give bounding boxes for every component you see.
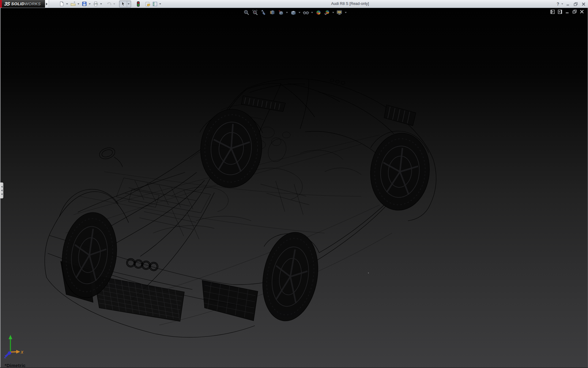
new-button[interactable] — [58, 1, 66, 7]
minimize-button[interactable] — [565, 1, 571, 7]
expand-pane-button[interactable] — [557, 9, 562, 14]
help-button[interactable]: ? — [556, 2, 559, 6]
chevron-down-icon — [332, 12, 334, 13]
doc-close-button[interactable] — [579, 9, 584, 14]
featuremanager-splitter[interactable] — [0, 182, 3, 198]
chevron-down-icon — [113, 3, 115, 5]
close-button[interactable] — [581, 1, 586, 7]
solidworks-logo: 3S SOLIDWORKS — [0, 0, 45, 8]
close-icon — [582, 2, 586, 6]
select-dropdown[interactable] — [127, 1, 130, 7]
select-button-group — [119, 1, 131, 7]
undo-dropdown[interactable] — [113, 1, 116, 7]
select-button[interactable] — [119, 1, 127, 7]
chevron-down-icon — [66, 3, 68, 5]
hide-show-items-dropdown[interactable] — [311, 9, 314, 16]
chevron-down-icon — [77, 3, 79, 5]
triad-x-label: X — [21, 350, 24, 355]
collapse-pane-button[interactable] — [550, 9, 555, 14]
doc-close-icon — [580, 10, 584, 14]
select-cursor-icon — [121, 1, 126, 6]
view-orientation-button[interactable] — [277, 9, 285, 16]
undo-button[interactable] — [105, 1, 113, 7]
document-title: Audi R8 S [Read-only] — [331, 2, 369, 6]
section-view-icon — [269, 10, 275, 16]
print-icon — [93, 1, 98, 6]
menu-flyout-arrow[interactable] — [45, 0, 49, 8]
chevron-down-icon — [89, 3, 91, 5]
previous-view-icon — [261, 10, 267, 16]
brand-works: WORKS — [24, 2, 41, 6]
wireframe-car — [45, 79, 436, 337]
collapse-arrow-icon — [1, 193, 2, 195]
chevron-down-icon — [128, 3, 130, 5]
collapse-arrow-icon — [1, 190, 2, 191]
doc-minimize-button[interactable] — [565, 9, 570, 14]
display-style-icon — [290, 10, 296, 16]
open-button[interactable] — [70, 1, 77, 7]
chevron-down-icon — [299, 12, 300, 13]
edit-appearance-button[interactable] — [315, 9, 322, 16]
ds-logo-glyph: 3S — [4, 1, 10, 7]
rebuild-button[interactable] — [135, 1, 142, 7]
titlebar-controls: ? — [556, 0, 586, 8]
help-dropdown-icon[interactable] — [561, 3, 563, 5]
view-orientation-dropdown[interactable] — [285, 9, 288, 16]
doc-restore-icon — [572, 10, 577, 14]
open-dropdown[interactable] — [77, 1, 80, 7]
undo-icon — [106, 1, 112, 6]
brand-solid: SOLID — [11, 2, 24, 6]
section-view-button[interactable] — [268, 9, 276, 16]
save-dropdown[interactable] — [88, 1, 92, 7]
chevron-down-icon — [100, 3, 102, 5]
chevron-down-icon — [311, 12, 313, 13]
view-settings-button[interactable] — [336, 9, 343, 16]
flyout-arrow-icon — [46, 3, 47, 5]
hide-show-items-button[interactable] — [302, 9, 310, 16]
orientation-triad: X Z — [4, 335, 24, 359]
save-button[interactable] — [81, 1, 88, 7]
file-properties-button[interactable] — [144, 1, 151, 7]
options-dropdown[interactable] — [159, 1, 162, 7]
display-style-dropdown[interactable] — [298, 9, 301, 16]
view-settings-icon — [336, 10, 343, 16]
new-dropdown[interactable] — [66, 1, 69, 7]
main-toolbar — [58, 0, 163, 8]
options-button[interactable] — [151, 1, 159, 7]
apply-scene-dropdown[interactable] — [332, 9, 335, 16]
model-canvas[interactable]: X Z — [0, 8, 588, 368]
print-dropdown[interactable] — [100, 1, 103, 7]
doc-minimize-icon — [565, 10, 569, 14]
doc-restore-button[interactable] — [572, 9, 577, 14]
zoom-to-fit-button[interactable] — [243, 9, 250, 16]
triad-z-label: Z — [4, 355, 7, 359]
zoom-to-area-button[interactable] — [251, 9, 259, 16]
apply-scene-button[interactable] — [323, 9, 331, 16]
expand-pane-icon — [558, 10, 562, 14]
rebuild-traffic-light-icon — [136, 1, 141, 7]
checker-flag — [325, 13, 327, 15]
chevron-down-icon — [345, 12, 347, 13]
restore-button[interactable] — [573, 1, 579, 7]
collapse-pane-icon — [550, 10, 555, 14]
view-settings-dropdown[interactable] — [344, 9, 347, 16]
file-properties-icon — [145, 1, 150, 7]
view-orientation-label: *Dimetric — [5, 363, 26, 368]
display-style-button[interactable] — [289, 9, 297, 16]
save-icon — [82, 1, 87, 6]
edit-appearance-ball-icon — [315, 10, 322, 16]
new-document-icon — [59, 1, 64, 6]
hide-show-items-glasses-icon — [303, 10, 309, 16]
zoom-to-area-icon — [252, 10, 258, 16]
print-button[interactable] — [92, 1, 100, 7]
titlebar: 3S SOLIDWORKS — [0, 0, 588, 8]
options-icon — [152, 1, 158, 7]
view-orientation-icon — [278, 10, 284, 16]
document-window-controls — [550, 9, 584, 14]
graphics-viewport[interactable]: X Z *Dimetric — [0, 8, 588, 368]
chevron-down-icon — [286, 12, 288, 13]
previous-view-button[interactable] — [260, 9, 267, 16]
restore-icon — [574, 2, 578, 6]
zoom-to-fit-icon — [243, 10, 250, 16]
apply-scene-icon — [324, 10, 330, 16]
